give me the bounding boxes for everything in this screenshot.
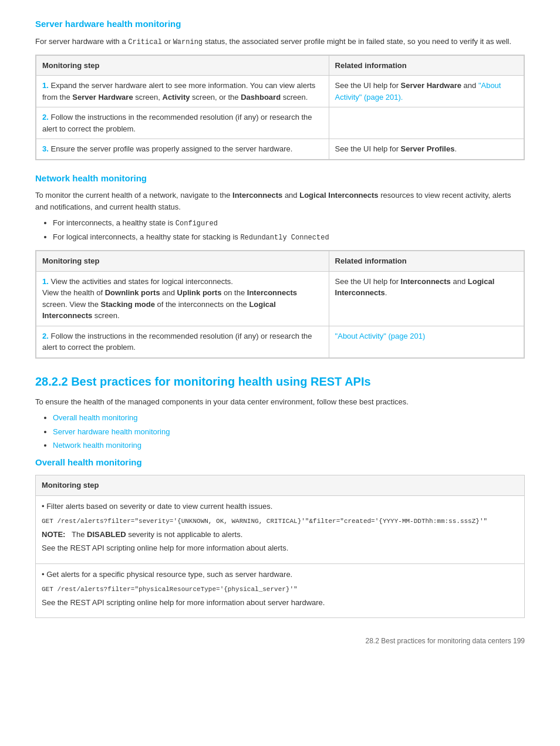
table-row: • Get alerts for a specific physical res… [36, 563, 525, 618]
overall-row-1: • Filter alerts based on severity or dat… [36, 495, 525, 563]
bullet-interconnects: For interconnects, a healthy state is Co… [53, 217, 525, 229]
network-step-number-2: 2. [42, 332, 49, 340]
server-hardware-section: Server hardware health monitoring For se… [35, 18, 525, 160]
server-related-2 [329, 107, 524, 139]
best-practices-bullets: Overall health monitoring Server hardwar… [53, 412, 525, 451]
table-row: 1. View the activities and states for lo… [36, 271, 524, 326]
overall-row-2: • Get alerts for a specific physical res… [36, 563, 525, 618]
network-step-2: 2. Follow the instructions in the recomm… [36, 326, 329, 357]
server-step-1: 1. Expand the server hardware alert to s… [36, 76, 329, 107]
server-related-1: See the UI help for Server Hardware and … [329, 76, 524, 107]
server-table-col1: Monitoring step [36, 55, 329, 76]
step-number-3: 3. [42, 144, 49, 153]
bullet-overall-health: Overall health monitoring [53, 412, 525, 424]
overall-footer-2: See the REST API scripting online help f… [42, 597, 518, 609]
bullet-network-health: Network health monitoring [53, 440, 525, 451]
network-health-intro: To monitor the current health of a netwo… [35, 190, 525, 212]
about-activity-link-2[interactable]: "About Activity" (page 201) [335, 332, 426, 340]
page-footer: 28.2 Best practices for monitoring data … [35, 636, 525, 646]
network-step-number-1: 1. [42, 277, 49, 286]
chapter-intro: To ensure the health of the managed comp… [35, 396, 525, 408]
network-health-heading: Network health monitoring [35, 172, 525, 185]
overall-health-table: Monitoring step • Filter alerts based on… [35, 475, 525, 618]
table-row: 3. Ensure the server profile was properl… [36, 139, 524, 160]
overall-footer-1: See the REST API scripting online help f… [42, 542, 518, 554]
server-hardware-table: Monitoring step Related information 1. E… [35, 55, 525, 160]
step-number-1: 1. [42, 81, 49, 90]
critical-code: Critical [128, 38, 162, 46]
network-table-col1: Monitoring step [36, 251, 329, 272]
network-health-link[interactable]: Network health monitoring [53, 441, 141, 450]
network-bullets: For interconnects, a healthy state is Co… [53, 217, 525, 243]
bullet-server-hw: Server hardware health monitoring [53, 426, 525, 438]
server-step-2: 2. Follow the instructions in the recomm… [36, 107, 329, 139]
server-hardware-intro: For server hardware with a Critical or W… [35, 36, 525, 48]
server-related-3: See the UI help for Server Profiles. [329, 139, 524, 160]
footer-text: 28.2 Best practices for monitoring data … [366, 637, 525, 645]
configured-code: Configured [176, 220, 218, 228]
step-number-2: 2. [42, 113, 49, 121]
network-related-1: See the UI help for Interconnects and Lo… [329, 271, 524, 326]
overall-note-1: NOTE: The DISABLED severity is not appli… [42, 529, 518, 541]
overall-code-1: GET /rest/alerts?filter="severity='{UNKN… [42, 517, 518, 526]
note-label: NOTE: [42, 530, 65, 539]
server-hardware-heading: Server hardware health monitoring [35, 18, 525, 31]
bullet-logical-interconnects: For logical interconnects, a healthy sta… [53, 231, 525, 243]
server-step-3: 3. Ensure the server profile was properl… [36, 139, 329, 160]
overall-table-col1: Monitoring step [36, 475, 525, 496]
warning-code: Warning [173, 38, 203, 46]
redundantly-connected-code: Redundantly Connected [240, 234, 329, 242]
table-row: 2. Follow the instructions in the recomm… [36, 107, 524, 139]
network-health-table: Monitoring step Related information 1. V… [35, 250, 525, 359]
overall-code-2: GET /rest/alerts?filter="physicalResourc… [42, 585, 518, 595]
table-row: • Filter alerts based on severity or dat… [36, 495, 525, 563]
table-row: 2. Follow the instructions in the recomm… [36, 326, 524, 357]
overall-health-section: Overall health monitoring Monitoring ste… [35, 456, 525, 619]
network-health-section: Network health monitoring To monitor the… [35, 172, 525, 359]
chapter-heading: 28.2.2 Best practices for monitoring hea… [35, 373, 525, 390]
network-table-col2: Related information [329, 251, 524, 272]
overall-step-2-text: • Get alerts for a specific physical res… [42, 569, 518, 580]
overall-health-link[interactable]: Overall health monitoring [53, 413, 138, 422]
server-hw-link[interactable]: Server hardware health monitoring [53, 427, 170, 436]
server-table-col2: Related information [329, 55, 524, 76]
table-row: 1. Expand the server hardware alert to s… [36, 76, 524, 107]
overall-step-1-text: • Filter alerts based on severity or dat… [42, 501, 518, 512]
network-step-1: 1. View the activities and states for lo… [36, 271, 329, 326]
network-related-2: "About Activity" (page 201) [329, 326, 524, 357]
overall-health-heading: Overall health monitoring [35, 456, 525, 470]
